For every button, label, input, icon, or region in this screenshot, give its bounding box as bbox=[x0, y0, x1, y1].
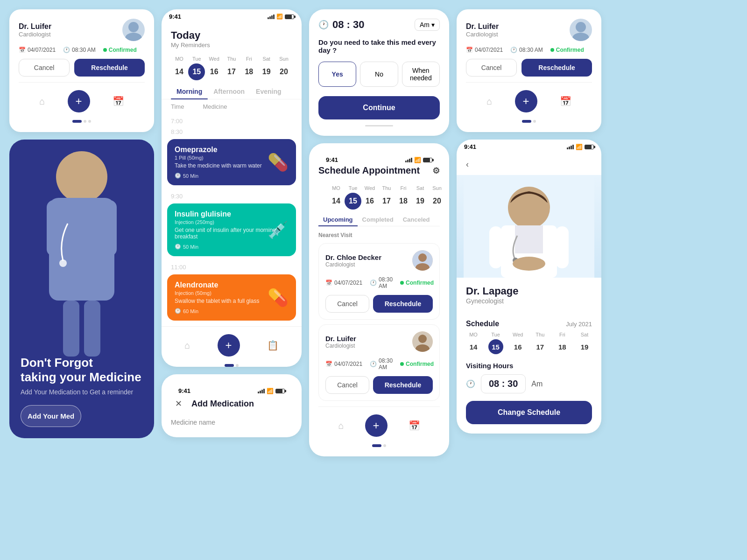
appointment-tabs: Upcoming Completed Canceled bbox=[318, 213, 440, 226]
reminder-headline2: taking your Medicine bbox=[21, 370, 141, 384]
settings-icon-schedule[interactable]: ⚙ bbox=[432, 166, 440, 176]
reminder-headline1: Don't Forgot bbox=[21, 356, 93, 370]
add-your-med-button[interactable]: Add Your Med bbox=[21, 405, 81, 427]
col-medicine-label: Medicine bbox=[203, 103, 227, 110]
status-time-col2: 9:41 bbox=[169, 13, 181, 20]
chloe-date: 📅04/07/2021 bbox=[325, 280, 362, 286]
add-button-col1[interactable]: + bbox=[68, 90, 90, 112]
profile-day-mo[interactable]: MO14 bbox=[466, 332, 481, 354]
med-item-alendronate: Alendronate Injection (50mg) Swallow the… bbox=[167, 274, 296, 321]
calendar-icon-col1[interactable]: 📅 bbox=[113, 96, 124, 107]
reschedule-chloe[interactable]: Reschedule bbox=[373, 295, 433, 313]
svg-point-10 bbox=[418, 253, 427, 262]
tab-morning[interactable]: Morning bbox=[171, 84, 208, 99]
profile-doctor-name: Dr. Lapage bbox=[466, 285, 592, 297]
sched-day-wed[interactable]: Wed16 bbox=[361, 185, 378, 210]
reminders-subtitle: My Reminders bbox=[171, 42, 292, 49]
cancel-button-col1[interactable]: Cancel bbox=[19, 59, 70, 77]
battery-icon-profile bbox=[585, 145, 594, 149]
close-button[interactable]: ✕ bbox=[171, 396, 186, 411]
calendar-icon-schedule[interactable]: 📅 bbox=[409, 420, 420, 431]
visiting-hours-label: Visiting Hours bbox=[466, 362, 592, 370]
day-tue[interactable]: Tue 15 bbox=[188, 56, 205, 80]
day-sun[interactable]: Sun 20 bbox=[275, 56, 292, 80]
calendar-icon-col2[interactable]: 📋 bbox=[267, 340, 279, 351]
tab-evening[interactable]: Evening bbox=[250, 84, 287, 99]
doctor-avatar-col4 bbox=[570, 19, 592, 41]
tab-canceled[interactable]: Canceled bbox=[398, 213, 435, 226]
home-icon-col1[interactable]: ⌂ bbox=[39, 96, 45, 107]
add-medication-card: 9:41 📶 ✕ Add Medication Medicine name bbox=[162, 374, 302, 437]
doc-name-chloe: Dr. Chloe Decker bbox=[325, 253, 381, 261]
profile-day-wed[interactable]: Wed16 bbox=[510, 332, 525, 354]
cancel-button-col4[interactable]: Cancel bbox=[466, 59, 517, 77]
sched-day-sun[interactable]: Sun20 bbox=[429, 185, 445, 210]
day-mo[interactable]: MO 14 bbox=[171, 56, 188, 80]
change-schedule-button[interactable]: Change Schedule bbox=[466, 401, 592, 424]
day-wed[interactable]: Wed 16 bbox=[206, 56, 223, 80]
profile-day-thu[interactable]: Thu17 bbox=[533, 332, 548, 354]
profile-day-fri[interactable]: Fri18 bbox=[555, 332, 570, 354]
reschedule-button-col1[interactable]: Reschedule bbox=[74, 59, 145, 77]
cancel-luifer[interactable]: Cancel bbox=[325, 376, 369, 394]
sched-day-mo[interactable]: MO14 bbox=[328, 185, 345, 210]
profile-week-nav: MO14 Tue15 Wed16 Thu17 Fri18 Sat19 bbox=[466, 332, 592, 354]
sched-day-tue[interactable]: Tue15 bbox=[345, 185, 361, 210]
reminders-header: Today My Reminders bbox=[162, 22, 302, 52]
doc-name-luifer: Dr. Luifer bbox=[325, 335, 356, 343]
appointment-card-top-col4: Dr. Luifer Cardiologist 📅04/07/2021 🕐08:… bbox=[457, 9, 601, 132]
doctor-name-col1: Dr. Luifer bbox=[19, 22, 51, 31]
tablet-icon: 💊 bbox=[268, 288, 289, 308]
profile-day-sat[interactable]: Sat19 bbox=[577, 332, 592, 354]
luifer-time: 🕐08:30 AM bbox=[370, 357, 393, 371]
continue-button[interactable]: Continue bbox=[318, 96, 440, 119]
sched-day-fri[interactable]: Fri18 bbox=[395, 185, 412, 210]
day-thu[interactable]: Thu 17 bbox=[223, 56, 240, 80]
reminders-card: 9:41 📶 Today My Reminders MO 14 bbox=[162, 9, 302, 367]
frequency-options: Yes No When needed bbox=[318, 62, 440, 87]
sched-day-thu[interactable]: Thu17 bbox=[378, 185, 395, 210]
svg-point-24 bbox=[513, 257, 545, 271]
appt-status-col4: Confirmed bbox=[550, 47, 584, 53]
status-bar-col2: 9:41 📶 bbox=[162, 9, 302, 22]
doc-avatar-luifer bbox=[412, 331, 433, 352]
cancel-chloe[interactable]: Cancel bbox=[325, 295, 369, 313]
day-sat[interactable]: Sat 19 bbox=[258, 56, 275, 80]
home-icon-schedule[interactable]: ⌂ bbox=[338, 420, 344, 431]
home-icon-col2[interactable]: ⌂ bbox=[184, 340, 190, 351]
visiting-time-row: 🕐 08 : 30 Am bbox=[466, 374, 592, 393]
doctor-name-col4: Dr. Luifer bbox=[466, 22, 499, 31]
reschedule-button-col4[interactable]: Reschedule bbox=[521, 59, 592, 77]
freq-no-button[interactable]: No bbox=[360, 62, 398, 87]
tab-completed[interactable]: Completed bbox=[358, 213, 398, 226]
wifi-icon: 📶 bbox=[276, 14, 283, 20]
home-icon-col4t[interactable]: ⌂ bbox=[486, 96, 492, 107]
wifi-icon-schedule: 📶 bbox=[414, 157, 421, 163]
profile-day-tue[interactable]: Tue15 bbox=[488, 332, 503, 354]
status-time-profile: 9:41 bbox=[464, 143, 476, 150]
appt-card-chloe: Dr. Chloe Decker Cardiologist 📅04/07/202… bbox=[318, 243, 440, 320]
doctor-avatar-col1 bbox=[122, 19, 145, 41]
am-pm-select[interactable]: Am ▾ bbox=[415, 19, 440, 31]
time-display: 08 : 30 bbox=[332, 19, 365, 31]
calendar-icon-col4t[interactable]: 📅 bbox=[560, 96, 571, 107]
sched-day-sat[interactable]: Sat19 bbox=[412, 185, 429, 210]
tab-upcoming[interactable]: Upcoming bbox=[318, 213, 358, 226]
add-button-schedule[interactable]: + bbox=[365, 414, 388, 437]
tab-afternoon[interactable]: Afternoon bbox=[208, 84, 250, 99]
appt-date-col1: 📅 04/07/2021 bbox=[19, 47, 56, 53]
add-med-header: ✕ Add Medication bbox=[171, 396, 292, 411]
doctor-specialty-col1: Cardiologist bbox=[19, 31, 51, 38]
freq-yes-button[interactable]: Yes bbox=[318, 62, 356, 87]
day-fri[interactable]: Fri 18 bbox=[240, 56, 257, 80]
profile-doctor-specialty: Gynecologist bbox=[466, 297, 592, 305]
back-button[interactable]: ‹ bbox=[466, 160, 469, 169]
reschedule-luifer[interactable]: Reschedule bbox=[373, 376, 433, 394]
add-button-col4t[interactable]: + bbox=[515, 90, 537, 112]
add-button-col2[interactable]: + bbox=[218, 334, 240, 357]
freq-when-needed-button[interactable]: When needed bbox=[402, 62, 440, 87]
status-bar-schedule: 9:41 📶 bbox=[318, 153, 440, 165]
column-3: 🕐 08 : 30 Am ▾ Do you need to take this … bbox=[309, 9, 449, 456]
wifi-icon-profile: 📶 bbox=[576, 144, 583, 150]
appt-card-luifer: Dr. Luifer Cardiologist 📅04/07/2021 🕐08:… bbox=[318, 324, 440, 401]
